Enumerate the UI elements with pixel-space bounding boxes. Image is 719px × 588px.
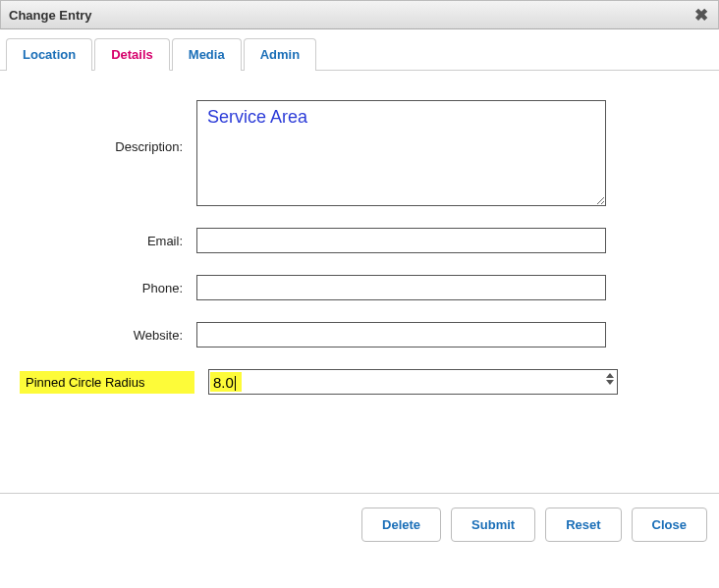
tab-details[interactable]: Details [94, 38, 170, 71]
row-description: Description: Service Area [20, 100, 699, 206]
tabs: Location Details Media Admin [0, 29, 719, 71]
label-radius: Pinned Circle Radius [20, 371, 194, 394]
row-email: Email: [20, 228, 699, 253]
website-input[interactable] [196, 322, 606, 347]
label-phone: Phone: [20, 281, 196, 295]
row-website: Website: [20, 322, 699, 347]
description-textarea[interactable]: Service Area [196, 100, 606, 206]
reset-button[interactable]: Reset [545, 508, 621, 542]
close-icon[interactable]: ✖ [691, 5, 712, 26]
dialog-footer: Delete Submit Reset Close [0, 493, 719, 556]
radius-field-wrap: 8.0 [208, 369, 618, 395]
label-description: Description: [20, 100, 196, 154]
phone-input[interactable] [196, 275, 606, 300]
dialog-header: Change Entry ✖ [0, 0, 719, 29]
row-radius: Pinned Circle Radius 8.0 [20, 369, 699, 395]
tab-media[interactable]: Media [172, 38, 242, 71]
tab-admin[interactable]: Admin [244, 38, 316, 71]
spinner-up-icon[interactable] [606, 373, 614, 378]
row-phone: Phone: [20, 275, 699, 300]
label-website: Website: [20, 328, 196, 343]
submit-button[interactable]: Submit [451, 508, 535, 542]
spinner-down-icon[interactable] [606, 380, 614, 385]
radius-highlight [210, 372, 242, 392]
tab-location[interactable]: Location [6, 38, 92, 71]
radius-spinner [606, 373, 614, 385]
form-area: Description: Service Area Email: Phone: … [0, 71, 719, 493]
dialog-title: Change Entry [9, 8, 92, 23]
radius-input[interactable] [208, 369, 618, 395]
label-email: Email: [20, 234, 196, 248]
delete-button[interactable]: Delete [361, 508, 441, 542]
close-button[interactable]: Close [632, 508, 707, 542]
email-input[interactable] [196, 228, 606, 253]
